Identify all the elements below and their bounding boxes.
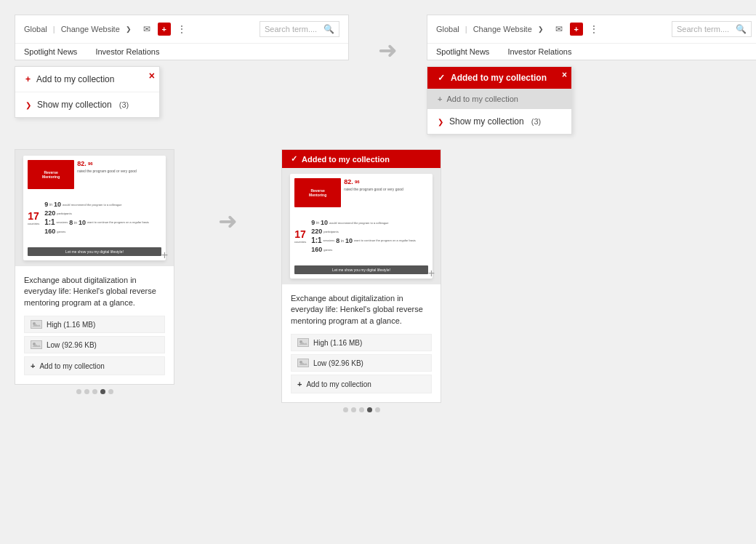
search-icon-right[interactable]: 🔍	[736, 24, 747, 34]
add-overlay-label: Add to my collection	[446, 95, 518, 103]
nav-icons-right: ✉ + ⋮	[552, 23, 600, 36]
dot-5-right[interactable]	[375, 407, 380, 412]
nav-icons-left: ✉ + ⋮	[140, 23, 188, 36]
checkmark-icon-dropdown: ✓	[438, 73, 445, 83]
search-icon-left[interactable]: 🔍	[323, 24, 334, 34]
show-my-collection-dropdown-left[interactable]: ❯ Show my collection (3)	[15, 92, 159, 117]
content-card-left: Reverse Mentoring 82. 96 rated the progr…	[15, 149, 174, 385]
search-box-right[interactable]: Search term.... 🔍	[672, 21, 752, 37]
show-my-collection-dropdown-right[interactable]: ❯ Show my collection (3)	[427, 109, 571, 134]
search-placeholder-right: Search term....	[677, 25, 729, 33]
nav-link-investor-right[interactable]: Investor Relations	[507, 47, 571, 56]
dot-1-right[interactable]	[343, 407, 348, 412]
chevron-icon-right: ❯	[438, 118, 443, 126]
card-file-low-left[interactable]: Low (92.96 KB)	[24, 336, 165, 353]
nav-link-investor-left[interactable]: Investor Relations	[95, 47, 159, 56]
email-icon-right[interactable]: ✉	[552, 23, 566, 36]
carousel-dots-right	[281, 403, 441, 417]
nav-link-spotlight-left[interactable]: Spotlight News	[24, 47, 77, 56]
search-placeholder-left: Search term....	[265, 25, 317, 33]
add-to-collection-card-label-left: Add to my collection	[39, 362, 105, 370]
card-added-label-right: Added to my collection	[302, 155, 390, 164]
dropdown-panel-left: × + Add to my collection ❯ Show my colle…	[15, 66, 160, 118]
file-low-label-left: Low (92.96 KB)	[47, 341, 97, 349]
dot-5-left[interactable]	[108, 389, 113, 394]
share-icon-right[interactable]: ⋮	[587, 23, 600, 36]
file-icon-low-right	[297, 359, 309, 367]
separator-left: |	[53, 25, 55, 33]
collection-icon-right[interactable]: +	[570, 23, 583, 36]
infographic-footer-right: Let me show you my digital lifestyle!	[294, 265, 428, 274]
add-to-collection-card-right[interactable]: + Add to my collection	[291, 375, 432, 393]
separator-right: |	[465, 25, 467, 33]
card-title-right: Exchange about digitalization in everyda…	[291, 293, 432, 327]
card-title-left: Exchange about digitalization in everyda…	[24, 275, 165, 308]
search-box-left[interactable]: Search term.... 🔍	[260, 21, 339, 37]
show-collection-label-right: Show my collection	[449, 116, 524, 127]
card-added-banner-right: ✓ Added to my collection	[282, 150, 441, 168]
add-to-collection-label-left: Add to my collection	[36, 74, 114, 84]
dropdown-panel-right: ✓ Added to my collection × + Add to my c…	[427, 66, 572, 135]
file-high-label-right: High (1.16 MB)	[313, 339, 362, 347]
chevron-right-icon-right: ❯	[538, 25, 544, 33]
plus-icon-left: +	[25, 74, 31, 84]
dot-3-right[interactable]	[359, 407, 364, 412]
add-to-collection-card-label-right: Add to my collection	[306, 380, 371, 388]
infographic-left: Reverse Mentoring 82. 96 rated the progr…	[23, 156, 166, 260]
show-collection-label-left: Show my collection	[37, 100, 112, 110]
card-body-right: Exchange about digitalization in everyda…	[282, 284, 441, 402]
plus-icon-right-overlay: +	[438, 95, 442, 103]
dot-2-left[interactable]	[84, 389, 89, 394]
collection-icon-left[interactable]: +	[158, 23, 171, 36]
add-icon-card-left: +	[31, 361, 35, 370]
dropdown-close-left[interactable]: ×	[149, 70, 155, 81]
dot-3-left[interactable]	[92, 389, 97, 394]
email-icon-left[interactable]: ✉	[140, 23, 153, 36]
add-to-collection-card-left[interactable]: + Add to my collection	[24, 356, 165, 375]
nav-link-spotlight-right[interactable]: Spotlight News	[436, 47, 489, 56]
dropdown-close-right[interactable]: ×	[562, 70, 567, 80]
carousel-dots-left	[15, 385, 174, 399]
change-website-right[interactable]: Change Website	[473, 25, 532, 33]
added-to-collection-label: Added to my collection	[451, 73, 547, 83]
check-icon-card-right: ✓	[291, 154, 297, 164]
share-icon-left[interactable]: ⋮	[175, 23, 188, 36]
card-image-left: Reverse Mentoring 82. 96 rated the progr…	[15, 150, 174, 266]
card-image-add-icon-left[interactable]: +	[161, 249, 168, 262]
file-low-label-right: Low (92.96 KB)	[313, 359, 363, 367]
add-icon-card-right: +	[297, 380, 302, 388]
add-to-collection-dropdown-left[interactable]: + Add to my collection	[15, 67, 159, 92]
file-icon-low-left	[31, 340, 42, 349]
content-card-right: ✓ Added to my collection Reverse Mentori…	[281, 149, 441, 403]
file-icon-high-right	[297, 338, 309, 347]
dot-4-right[interactable]	[367, 407, 372, 412]
bottom-arrow: ➜	[218, 149, 238, 235]
infographic-footer-left: Let me show you my digital lifestyle!	[28, 247, 161, 256]
file-icon-high-left	[31, 320, 42, 329]
card-image-add-icon-right[interactable]: +	[428, 267, 435, 280]
card-file-low-right[interactable]: Low (92.96 KB)	[291, 354, 432, 372]
card-body-left: Exchange about digitalization in everyda…	[15, 266, 174, 384]
infographic-right: Reverse Mentoring 82. 96 rated the progr…	[290, 174, 433, 279]
top-arrow: ➜	[378, 15, 398, 64]
file-high-label-left: High (1.16 MB)	[47, 321, 95, 329]
change-website-left[interactable]: Change Website	[61, 25, 120, 33]
dot-2-right[interactable]	[351, 407, 356, 412]
site-label-right: Global	[436, 25, 459, 33]
dot-4-left[interactable]	[100, 389, 105, 394]
chevron-right-icon: ❯	[126, 25, 132, 33]
dot-1-left[interactable]	[76, 389, 81, 394]
site-label-left: Global	[24, 25, 47, 33]
show-collection-count-right: (3)	[531, 117, 541, 126]
card-file-high-right[interactable]: High (1.16 MB)	[291, 334, 432, 351]
card-image-right: Reverse Mentoring 82. 96 rated the progr…	[282, 168, 441, 284]
show-collection-count-left: (3)	[119, 100, 129, 109]
chevron-icon-left: ❯	[25, 101, 31, 109]
card-file-high-left[interactable]: High (1.16 MB)	[24, 316, 165, 333]
added-banner-dropdown: ✓ Added to my collection ×	[427, 67, 571, 89]
